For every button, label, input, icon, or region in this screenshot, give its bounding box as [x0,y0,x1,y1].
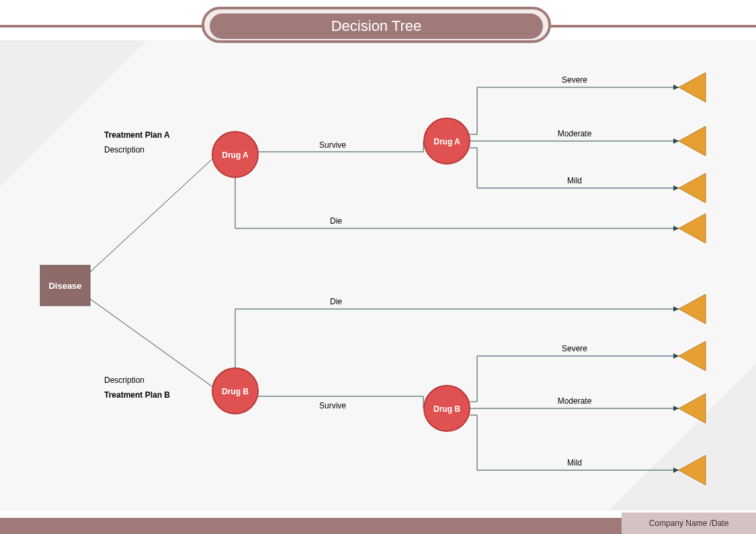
label-a-moderate: Moderate [558,129,592,138]
svg-marker-3 [673,226,679,231]
label-a-die: Die [330,216,342,226]
svg-marker-4 [673,306,679,312]
edge-b-severe [470,356,679,402]
edge-root-a [90,155,216,272]
triangle-icon [679,126,706,156]
node-drug-a1-label: Drug A [222,150,249,160]
edge-a-die [235,177,679,228]
node-drug-b2-label: Drug B [433,404,460,414]
label-a-severe: Severe [562,75,587,85]
terminal-triangles [679,73,706,485]
triangle-icon [679,173,706,203]
decision-tree-svg: Disease Treatment Plan A Description Des… [0,0,756,534]
arrowheads [673,85,679,473]
triangle-icon [679,341,706,371]
triangle-icon [679,455,706,485]
label-b-severe: Severe [562,344,587,353]
label-b-mild: Mild [567,458,582,468]
plan-a-label: Treatment Plan A [104,130,170,140]
svg-marker-2 [673,185,679,191]
svg-marker-1 [673,138,679,144]
plan-b-label: Treatment Plan B [104,390,170,400]
plan-b-desc: Description [104,375,144,385]
node-drug-b1-label: Drug B [222,387,249,396]
plan-a-desc: Description [104,145,144,154]
label-a-mild: Mild [567,176,582,185]
edge-b-die [235,309,679,368]
label-b-survive: Survive [319,401,346,410]
svg-marker-0 [673,85,679,90]
label-a-survive: Survive [319,140,346,150]
label-b-die: Die [330,297,342,306]
diagram-canvas: Decision Tree Disease Treatment Plan A D… [0,0,756,534]
triangle-icon [679,294,706,324]
label-b-moderate: Moderate [558,396,592,406]
root-label: Disease [48,281,81,291]
svg-marker-6 [673,406,679,411]
svg-marker-7 [673,468,679,473]
edge-a-severe [470,87,679,134]
svg-marker-5 [673,353,679,359]
triangle-icon [679,214,706,243]
triangle-icon [679,73,706,102]
node-drug-a2-label: Drug A [433,137,460,146]
triangle-icon [679,394,706,423]
footer-label: Company Name /Date [622,513,756,534]
